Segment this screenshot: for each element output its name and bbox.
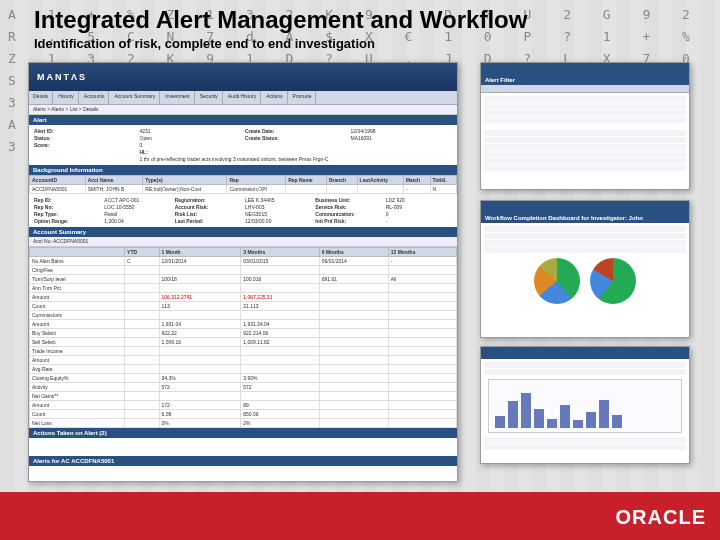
title-block: Integrated Alert Management and Workflow… — [34, 6, 527, 51]
tab-account-summary[interactable]: Account Summary — [110, 91, 160, 104]
val-create-status: MA16091 — [351, 135, 453, 141]
list-item — [484, 96, 686, 102]
section-background: Background Information — [29, 165, 457, 175]
table-row: Buy Select922.22922.214.06 — [30, 329, 457, 338]
list-item — [484, 165, 686, 171]
section-summary: Account Summary — [29, 227, 457, 237]
list-item — [484, 437, 686, 443]
slide-title: Integrated Alert Management and Workflow — [34, 6, 527, 34]
list-item — [484, 158, 686, 164]
th-4: Rep Name — [286, 176, 327, 185]
list-item — [484, 110, 686, 116]
lbl-alert-id: Alert ID: — [34, 128, 136, 134]
bar — [573, 420, 583, 428]
list-item — [484, 137, 686, 143]
summary-table: YTD1 Month3 Months6 Months12 MonthsNo Al… — [29, 247, 457, 428]
bar — [560, 405, 570, 428]
app-logo: MANTΛS — [37, 72, 87, 82]
list-item — [484, 233, 686, 239]
alert-header: Alert — [29, 115, 457, 125]
side2-body — [481, 223, 689, 312]
table-row: Count11321.113 — [30, 302, 457, 311]
bar — [586, 412, 596, 428]
list-item — [484, 226, 686, 232]
list-item — [484, 117, 686, 123]
background-table: AccountID Acct Name Type(s) Rep Rep Name… — [29, 175, 457, 194]
lbl-hl: HL: — [140, 149, 242, 155]
bar-chart — [488, 379, 682, 433]
table-row: Count6.08850.06 — [30, 410, 457, 419]
th-5: Branch — [326, 176, 357, 185]
side1-title: Alert Filter — [481, 75, 689, 85]
list-item — [484, 240, 686, 246]
tab-accounts[interactable]: Accounts — [80, 91, 110, 104]
table-row: Commissions — [30, 311, 457, 320]
tab-details[interactable]: Details — [29, 91, 53, 104]
lbl-status: Status: — [34, 135, 136, 141]
list-item — [484, 444, 686, 450]
val-alert-id: 4231 — [140, 128, 242, 134]
lbl-score: Score: — [34, 142, 136, 148]
table-row: Net Loss2%2% — [30, 419, 457, 428]
list-item — [484, 144, 686, 150]
th-0: AccountID — [30, 176, 86, 185]
table-row: Chrg/Fee — [30, 266, 457, 275]
table-row: Activity572572 — [30, 383, 457, 392]
table-row: Trade Income — [30, 347, 457, 356]
bar — [547, 419, 557, 428]
table-row: Amount1,931.041,931.34.04 — [30, 320, 457, 329]
table-row: Net Gains** — [30, 392, 457, 401]
slide-subtitle: Identification of risk, complete end to … — [34, 36, 527, 51]
tab-row: Details History Accounts Account Summary… — [29, 91, 457, 105]
bar — [521, 393, 531, 428]
tab-promote[interactable]: Promote — [289, 91, 317, 104]
side1-body — [481, 93, 689, 175]
list-item — [484, 103, 686, 109]
table-row: Amount — [30, 356, 457, 365]
side-screenshot-3 — [480, 346, 690, 464]
oracle-logo: ORACLE — [616, 506, 706, 529]
table-row: Ann Turn Pct — [30, 284, 457, 293]
th-6: LastActivity — [357, 176, 403, 185]
tab-investment[interactable]: Investment — [161, 91, 194, 104]
mini-header — [481, 201, 689, 213]
main-screenshot: MANTΛS Details History Accounts Account … — [28, 62, 458, 482]
table-row: ACCDFNA5001 SMITH, JOHN B RE;Ind(Owner);… — [30, 185, 457, 194]
val-status: Open — [140, 135, 242, 141]
th-2: Type(s) — [143, 176, 227, 185]
th-3: Rep — [227, 176, 286, 185]
footer-bar: ORACLE — [0, 492, 720, 540]
table-row: Closing Equity%34.3%3.90% — [30, 374, 457, 383]
mini-toolbar — [481, 85, 689, 93]
val-create-date: 12/04/1998 — [351, 128, 453, 134]
side-screenshot-1: Alert Filter — [480, 62, 690, 190]
list-item — [484, 247, 686, 253]
alert-info: Alert ID:4231 Create Date:12/04/1998 Sta… — [29, 125, 457, 165]
val-hl: 1 thr of pre-reflecting trader acts invo… — [140, 156, 453, 162]
table-row: Amount17289 — [30, 401, 457, 410]
tab-security[interactable]: Security — [196, 91, 223, 104]
list-item — [484, 130, 686, 136]
table-row: Avg Rate — [30, 365, 457, 374]
tab-audit[interactable]: Audit History — [224, 91, 261, 104]
detail-grid: Rep ID:ACCT APC-001 Registration:LEE K.3… — [29, 194, 457, 227]
mini-header — [481, 63, 689, 75]
breadcrumb: Alerts > Alerts > List > Details — [29, 105, 457, 115]
side3-body — [481, 359, 689, 454]
table-row: Sell Select1,009.161,009.11.82 — [30, 338, 457, 347]
app-header: MANTΛS — [29, 63, 457, 91]
list-item — [484, 151, 686, 157]
table-row: Amount106,312.27411,067,225.31 — [30, 293, 457, 302]
tab-history[interactable]: History — [54, 91, 79, 104]
pie-chart-right — [590, 258, 636, 304]
list-item — [484, 369, 686, 375]
bar — [495, 416, 505, 428]
th-7: Match — [403, 176, 430, 185]
th-1: Acct Name — [85, 176, 143, 185]
tab-actions[interactable]: Actions — [262, 91, 287, 104]
pie-chart-left — [534, 258, 580, 304]
side2-title: Workflow Completion Dashboard for Invest… — [481, 213, 689, 223]
summary-acct: Acct No: ACCDFNA5001 — [29, 237, 457, 247]
val-score: 0 — [140, 142, 242, 148]
section-alerts: Alerts for AC ACCDFNA5001 — [29, 456, 457, 466]
